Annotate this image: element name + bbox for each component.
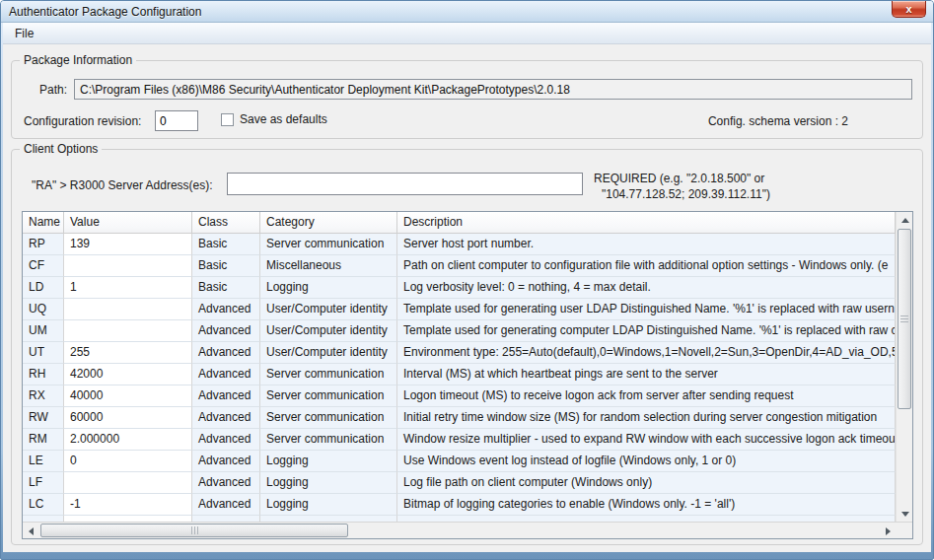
config-revision-input[interactable]	[155, 110, 198, 131]
right-arrow-icon	[886, 527, 891, 535]
table-cell: RP	[23, 234, 64, 255]
scroll-up-button[interactable]	[897, 212, 913, 228]
save-defaults-checkbox[interactable]	[221, 113, 234, 126]
table-cell	[64, 255, 192, 277]
server-address-label: "RA" > R3000 Server Address(es):	[32, 178, 213, 192]
table-cell: Advanced	[192, 472, 260, 494]
table-cell: Template used for generating computer LD…	[397, 320, 896, 342]
column-header-category[interactable]: Category	[260, 212, 397, 234]
group-client-options: Client Options "RA" > R3000 Server Addre…	[11, 149, 923, 545]
table-cell: Advanced	[192, 364, 260, 385]
table-cell: LD	[23, 277, 64, 299]
table-row[interactable]: LE0AdvancedLoggingUse Windows event log …	[23, 451, 896, 472]
group-client-options-label: Client Options	[20, 142, 102, 156]
table-cell: RM	[23, 429, 64, 451]
table-cell: Advanced	[192, 429, 260, 451]
table-cell: Server communication	[260, 234, 397, 255]
path-field[interactable]	[74, 79, 912, 100]
table-cell: 2.000000	[64, 429, 192, 451]
table-cell: UT	[23, 342, 64, 364]
table-cell: Advanced	[192, 320, 260, 342]
close-button[interactable]: x	[892, 1, 926, 18]
table-cell: Window resize multiplier - used to expan…	[397, 429, 896, 451]
table-cell: Logging	[260, 277, 397, 299]
table-cell: Bitmap of logging categories to enable (…	[397, 494, 896, 516]
table-row[interactable]: CFBasicMiscellaneousPath on client compu…	[23, 255, 896, 277]
horizontal-scrollbar-thumb[interactable]	[40, 524, 348, 537]
table-cell: UQ	[23, 299, 64, 320]
left-arrow-icon	[29, 527, 34, 535]
table-cell: Server communication	[260, 385, 397, 407]
column-header-description[interactable]: Description	[397, 212, 896, 234]
table-cell: Environment type: 255=Auto(default),0=Wi…	[397, 342, 896, 364]
required-hint-line2: "104.77.128.52; 209.39.112.11")	[594, 186, 770, 202]
scroll-grip-icon	[900, 315, 908, 322]
table-cell: Advanced	[192, 342, 260, 364]
table-cell: Initial retry time window size (MS) for …	[397, 407, 896, 429]
table-filler-row	[23, 516, 896, 522]
table-row[interactable]: RP139BasicServer communicationServer hos…	[23, 234, 896, 255]
table-cell: CF	[23, 255, 64, 277]
table-row[interactable]: LFAdvancedLoggingLog file path on client…	[23, 472, 896, 494]
table-cell: 40000	[64, 385, 192, 407]
scrollbar-corner	[896, 523, 912, 538]
table-cell: RH	[23, 364, 64, 385]
path-label: Path:	[39, 83, 67, 97]
table-cell: LE	[23, 451, 64, 472]
table-cell: Advanced	[192, 451, 260, 472]
client-area: File Package Information Path: Configura…	[3, 23, 931, 552]
table-cell: LC	[23, 494, 64, 516]
config-revision-label: Configuration revision:	[24, 114, 141, 128]
table-row[interactable]: RW60000AdvancedServer communicationIniti…	[23, 407, 896, 429]
scroll-left-button[interactable]	[23, 523, 38, 539]
save-defaults-checkbox-group: Save as defaults	[221, 112, 327, 126]
column-header-class[interactable]: Class	[192, 212, 260, 234]
table-row[interactable]: RH42000AdvancedServer communicationInter…	[23, 364, 896, 385]
vertical-scrollbar-thumb[interactable]	[898, 229, 911, 409]
table-row[interactable]: UT255AdvancedUser/Computer identityEnvir…	[23, 342, 896, 364]
table-cell: Logging	[260, 494, 397, 516]
title-bar[interactable]: Authenticator Package Configuration x	[1, 1, 933, 23]
table-cell: Advanced	[192, 494, 260, 516]
up-arrow-icon	[901, 218, 909, 223]
column-header-name[interactable]: Name	[23, 212, 64, 234]
table-cell: Basic	[192, 277, 260, 299]
table-cell: Server host port number.	[397, 234, 896, 255]
menu-file[interactable]: File	[7, 25, 41, 42]
table-cell: Miscellaneous	[260, 255, 397, 277]
horizontal-scrollbar[interactable]	[23, 523, 896, 538]
table-cell: 60000	[64, 407, 192, 429]
table-cell: Server communication	[260, 429, 397, 451]
window-title: Authenticator Package Configuration	[9, 5, 201, 19]
table-row[interactable]: LD1BasicLoggingLog verbosity level: 0 = …	[23, 277, 896, 299]
table-row[interactable]: RX40000AdvancedServer communicationLogon…	[23, 385, 896, 407]
table-body: RP139BasicServer communicationServer hos…	[23, 234, 896, 516]
scroll-grip-icon	[191, 526, 198, 534]
table-row[interactable]: LC-1AdvancedLoggingBitmap of logging cat…	[23, 494, 896, 516]
column-header-value[interactable]: Value	[64, 212, 192, 234]
table-cell: Advanced	[192, 385, 260, 407]
scroll-down-button[interactable]	[897, 506, 913, 522]
table-cell: 139	[64, 234, 192, 255]
table-row[interactable]: RM2.000000AdvancedServer communicationWi…	[23, 429, 896, 451]
scroll-right-button[interactable]	[880, 523, 896, 539]
table-cell: 0	[64, 451, 192, 472]
vertical-scrollbar[interactable]	[896, 212, 912, 522]
table-cell: 1	[64, 277, 192, 299]
table-cell: Logging	[260, 472, 397, 494]
server-address-input[interactable]	[227, 173, 583, 195]
save-defaults-label: Save as defaults	[240, 112, 327, 126]
table-cell	[64, 320, 192, 342]
table-row[interactable]: UQAdvancedUser/Computer identityTemplate…	[23, 299, 896, 320]
table-row[interactable]: UMAdvancedUser/Computer identityTemplate…	[23, 320, 896, 342]
table-cell: Server communication	[260, 364, 397, 385]
table-cell	[64, 299, 192, 320]
table-cell: Log verbosity level: 0 = nothing, 4 = ma…	[397, 277, 896, 299]
down-arrow-icon	[901, 512, 909, 517]
options-table: Name Value Class Category Description RP…	[22, 211, 913, 539]
table-cell: 42000	[64, 364, 192, 385]
table-cell: User/Computer identity	[260, 320, 397, 342]
table-cell: Path on client computer to configuration…	[397, 255, 896, 277]
table-header-row: Name Value Class Category Description	[23, 212, 896, 234]
app-window: Authenticator Package Configuration x Fi…	[0, 0, 934, 560]
